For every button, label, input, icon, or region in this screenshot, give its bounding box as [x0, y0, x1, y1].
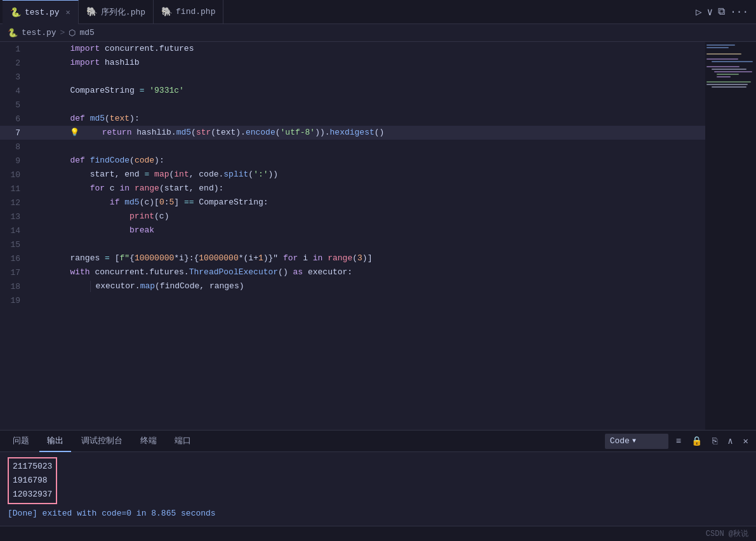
tab-serialize-php[interactable]: 🐘 序列化.php: [79, 0, 154, 24]
breadcrumb-symbol-icon: ⬡: [69, 28, 76, 38]
status-bar: CSDN @秋说: [0, 526, 756, 541]
run-button[interactable]: ▷: [696, 6, 702, 18]
line-number-12: 12: [0, 198, 30, 208]
tab-bar: 🐍 test.py ✕ 🐘 序列化.php 🐘 find.php ▷ ∨ ⧉ ·…: [0, 0, 756, 24]
output-source-label: Code: [610, 436, 630, 446]
panel-tab-label-problems: 问题: [13, 435, 29, 446]
dropdown-chevron-icon: ▼: [632, 437, 636, 444]
panel-action-up[interactable]: ∧: [725, 434, 735, 448]
line-number-17: 17: [0, 268, 30, 277]
breadcrumb-python-icon: 🐍: [8, 28, 18, 38]
code-line-14: 14 break: [0, 224, 705, 237]
breadcrumb: 🐍 test.py > ⬡ md5: [0, 24, 756, 42]
code-line-4: 4 CompareString = '9331c': [0, 84, 705, 98]
breadcrumb-symbol: md5: [79, 28, 94, 37]
line-number-15: 15: [0, 240, 30, 250]
output-line-3: 12032937: [13, 488, 52, 502]
svg-rect-6: [712, 69, 746, 70]
code-line-2: 2 import hashlib: [0, 56, 705, 70]
breadcrumb-file[interactable]: test.py: [22, 28, 56, 37]
svg-rect-4: [712, 61, 753, 62]
panel-tab-problems[interactable]: 问题: [5, 431, 37, 452]
php-icon-2: 🐘: [161, 6, 172, 17]
panel-tab-actions: Code ▼ ≡ 🔒 ⎘ ∧ ✕: [605, 434, 751, 449]
output-line-1: 21175023: [13, 460, 52, 474]
tab-actions: ▷ ∨ ⧉ ···: [696, 6, 756, 18]
tab-label-3: find.php: [176, 7, 215, 17]
split-editor-button[interactable]: ⧉: [718, 6, 725, 18]
output-highlighted-block: 21175023 1916798 12032937: [8, 457, 57, 504]
line-number-5: 5: [0, 100, 30, 110]
tab-test-py[interactable]: 🐍 test.py ✕: [3, 0, 79, 24]
line-number-16: 16: [0, 254, 30, 264]
panel-action-close[interactable]: ✕: [741, 434, 751, 448]
svg-rect-1: [706, 47, 729, 48]
line-number-11: 11: [0, 184, 30, 194]
panel-tab-label-debug: 调试控制台: [81, 435, 123, 446]
svg-rect-12: [712, 86, 746, 88]
panel-tab-bar: 问题 输出 调试控制台 终端 端口 Code ▼ ≡ 🔒 ⎘ ∧ ✕: [0, 431, 756, 452]
svg-rect-3: [706, 58, 738, 60]
svg-rect-11: [706, 84, 748, 85]
svg-rect-9: [717, 76, 731, 77]
line-number-18: 18: [0, 282, 30, 291]
code-line-7: 7 💡 return hashlib.md5(str(text).encode(…: [0, 126, 705, 140]
php-icon-1: 🐘: [86, 6, 97, 17]
panel-tab-ports[interactable]: 端口: [167, 431, 199, 452]
panel-tab-debug[interactable]: 调试控制台: [74, 431, 130, 452]
done-line: [Done] exited with code=0 in 8.865 secon…: [8, 507, 748, 521]
tab-label-2: 序列化.php: [101, 6, 145, 18]
line-number-13: 13: [0, 212, 30, 222]
panel-tab-terminal[interactable]: 终端: [133, 431, 164, 452]
more-actions-button[interactable]: ···: [730, 6, 748, 18]
line-number-10: 10: [0, 170, 30, 180]
svg-rect-8: [717, 74, 739, 75]
line-number-8: 8: [0, 142, 30, 152]
tab-label: test.py: [25, 8, 60, 17]
panel-tab-output[interactable]: 输出: [39, 431, 71, 452]
python-icon: 🐍: [10, 7, 21, 18]
code-line-19: 19: [0, 293, 705, 307]
code-line-18: 18 executor.map(findCode, ranges): [0, 279, 705, 293]
line-number-19: 19: [0, 296, 30, 305]
output-content: 21175023 1916798 12032937 [Done] exited …: [0, 452, 756, 526]
panel-action-list[interactable]: ≡: [673, 435, 684, 448]
panel-tab-label-output: 输出: [47, 435, 63, 446]
breadcrumb-separator: >: [60, 28, 65, 37]
output-source-dropdown[interactable]: Code ▼: [605, 434, 668, 449]
line-number-4: 4: [0, 86, 30, 96]
line-number-14: 14: [0, 226, 30, 236]
svg-rect-10: [706, 81, 751, 83]
panel-tab-label-ports: 端口: [175, 435, 191, 446]
line-number-6: 6: [0, 114, 30, 124]
status-bar-text: CSDN @秋说: [706, 528, 748, 539]
svg-rect-0: [706, 44, 735, 46]
line-number-7: 7: [0, 128, 30, 138]
svg-rect-2: [706, 53, 741, 55]
line-number-3: 3: [0, 72, 30, 82]
output-line-2: 1916798: [13, 474, 52, 488]
panel-tab-label-terminal: 终端: [140, 435, 157, 446]
tab-find-php[interactable]: 🐘 find.php: [154, 0, 223, 24]
minimap: [705, 42, 756, 430]
run-dropdown-button[interactable]: ∨: [707, 6, 713, 18]
svg-rect-7: [714, 71, 752, 72]
svg-rect-5: [706, 66, 739, 67]
panel-action-lock[interactable]: 🔒: [689, 434, 705, 448]
editor-area: 1 import concurrent.futures 2 import has…: [0, 42, 756, 430]
bottom-panel: 问题 输出 调试控制台 终端 端口 Code ▼ ≡ 🔒 ⎘ ∧ ✕ 21175…: [0, 430, 756, 526]
panel-action-copy[interactable]: ⎘: [710, 435, 720, 448]
line-number-9: 9: [0, 156, 30, 166]
line-number-1: 1: [0, 44, 30, 54]
line-number-2: 2: [0, 58, 30, 68]
close-tab-button[interactable]: ✕: [66, 8, 70, 17]
